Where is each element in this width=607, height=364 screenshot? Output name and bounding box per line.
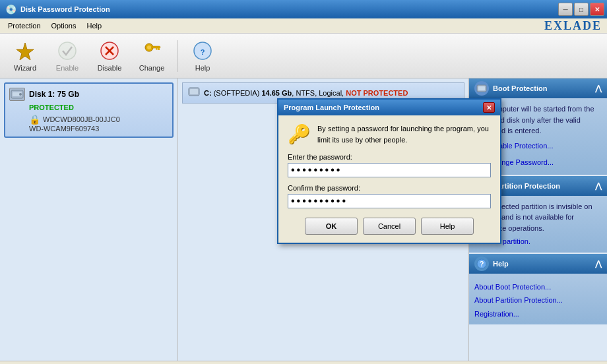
- toolbar: Wizard Enable Disable: [0, 34, 607, 78]
- disk-title: Disk 1: 75 Gb: [29, 90, 79, 99]
- registration-link[interactable]: Registration...: [474, 309, 602, 320]
- svg-rect-7: [152, 46, 160, 48]
- main-area: Disk 1: 75 Gb PROTECTED 🔒 WDCWD800JB-00J…: [0, 78, 607, 361]
- help-section-icon: ?: [474, 257, 489, 271]
- svg-point-14: [19, 93, 22, 96]
- partition-protection: NOT PROTECTED: [346, 89, 408, 97]
- menu-protection[interactable]: Protection: [3, 20, 46, 31]
- disable-icon: [99, 40, 120, 61]
- svg-rect-8: [158, 48, 160, 50]
- enable-label: Enable: [56, 64, 79, 72]
- cancel-button[interactable]: Cancel: [363, 218, 416, 235]
- dialog-buttons: OK Cancel Help: [288, 218, 491, 235]
- help-label: Help: [195, 64, 210, 72]
- svg-point-1: [59, 42, 76, 59]
- disable-button[interactable]: Disable: [90, 37, 129, 75]
- status-bar: Change the password for launching the pr…: [0, 361, 607, 364]
- svg-rect-9: [156, 48, 158, 50]
- dialog-close-button[interactable]: ✕: [483, 102, 495, 113]
- program-launch-dialog: Program Launch Protection ✕ 🔑 By setting…: [277, 98, 501, 244]
- change-icon: [141, 40, 162, 61]
- disk-model1: 🔒 WDCWD800JB-00JJC0: [29, 114, 168, 125]
- dialog-title-text: Program Launch Protection: [284, 104, 379, 111]
- help-section: ? Help ⋀ About Boot Protection... About …: [469, 254, 607, 325]
- partition-info: (SOFTPEDIA): [214, 89, 260, 97]
- menu-options[interactable]: Options: [46, 20, 82, 31]
- partition-icon: [188, 86, 200, 100]
- help-button[interactable]: ? Help: [183, 37, 222, 75]
- disable-label: Disable: [98, 64, 122, 72]
- minimize-button[interactable]: ─: [558, 3, 573, 16]
- svg-text:?: ?: [201, 48, 205, 56]
- partition-type: Logical: [319, 89, 342, 97]
- disk-item[interactable]: Disk 1: 75 Gb PROTECTED 🔒 WDCWD800JB-00J…: [4, 82, 174, 138]
- exlade-brand: EXLADE: [544, 19, 602, 33]
- title-bar: 💿 Disk Password Protection ─ □ ✕: [0, 0, 607, 18]
- change-label: Change: [139, 64, 165, 72]
- enable-icon: [57, 40, 78, 61]
- partition-section-title: Partition Protection: [493, 182, 560, 190]
- app-icon: 💿: [5, 4, 16, 15]
- partition-collapse-button[interactable]: ⋀: [595, 181, 602, 191]
- help-section-body: About Boot Protection... About Partition…: [469, 274, 607, 325]
- confirm-label: Confirm the password:: [288, 184, 491, 192]
- dialog-info: 🔑 By setting a password for launching th…: [288, 123, 491, 145]
- disk-drive-icon: [9, 88, 25, 101]
- dialog-body: 🔑 By setting a password for launching th…: [278, 115, 500, 243]
- disk-model2: WD-WCAM9F609743: [29, 125, 168, 133]
- window-title: Disk Password Protection: [20, 5, 110, 13]
- wizard-icon: [15, 40, 36, 61]
- dialog-title-bar: Program Launch Protection ✕: [278, 100, 500, 115]
- change-button[interactable]: Change: [132, 37, 172, 75]
- maximize-button[interactable]: □: [574, 3, 589, 16]
- menu-help[interactable]: Help: [81, 20, 107, 31]
- partition-drive: C:: [204, 89, 212, 97]
- password-input[interactable]: [288, 163, 491, 177]
- boot-section-title: Boot Protection: [493, 84, 548, 92]
- boot-section-header: Boot Protection ⋀: [469, 78, 607, 98]
- password-field: Enter the password:: [288, 153, 491, 177]
- svg-text:?: ?: [480, 260, 484, 268]
- partition-label: C: (SOFTPEDIA) 14.65 Gb, NTFS, Logical, …: [204, 89, 408, 97]
- boot-collapse-button[interactable]: ⋀: [595, 84, 602, 93]
- wizard-label: Wizard: [14, 64, 36, 72]
- svg-rect-16: [190, 89, 198, 94]
- about-boot-link[interactable]: About Boot Protection...: [474, 282, 602, 293]
- help-section-title: Help: [493, 260, 509, 268]
- wizard-button[interactable]: Wizard: [5, 37, 45, 75]
- center-panel: C: (SOFTPEDIA) 14.65 Gb, NTFS, Logical, …: [178, 78, 468, 361]
- help-section-header: ? Help ⋀: [469, 254, 607, 274]
- dialog-key-icon: 🔑: [288, 123, 311, 145]
- partition-size: 14.65 Gb: [261, 89, 292, 97]
- help-icon: ?: [192, 40, 213, 61]
- help-collapse-button[interactable]: ⋀: [595, 259, 602, 268]
- close-button[interactable]: ✕: [590, 3, 604, 16]
- svg-point-6: [147, 46, 151, 49]
- menu-bar: Protection Options Help: [0, 18, 544, 33]
- about-partition-link[interactable]: About Partition Protection...: [474, 295, 602, 306]
- enable-button[interactable]: Enable: [48, 37, 87, 75]
- ok-button[interactable]: OK: [305, 218, 358, 235]
- confirm-input[interactable]: [288, 194, 491, 208]
- toolbar-separator: [177, 40, 177, 72]
- lock-icon: 🔒: [29, 114, 40, 125]
- password-label: Enter the password:: [288, 153, 491, 161]
- svg-rect-18: [478, 86, 485, 90]
- svg-marker-0: [16, 43, 34, 60]
- dialog-info-text: By setting a password for launching the …: [317, 123, 491, 145]
- dialog-help-button[interactable]: Help: [421, 218, 474, 235]
- disk-list-panel: Disk 1: 75 Gb PROTECTED 🔒 WDCWD800JB-00J…: [0, 78, 178, 361]
- confirm-field: Confirm the password:: [288, 184, 491, 208]
- disk-status: PROTECTED: [29, 104, 168, 111]
- boot-section-icon: [474, 81, 489, 96]
- partition-fs: NTFS: [296, 89, 315, 97]
